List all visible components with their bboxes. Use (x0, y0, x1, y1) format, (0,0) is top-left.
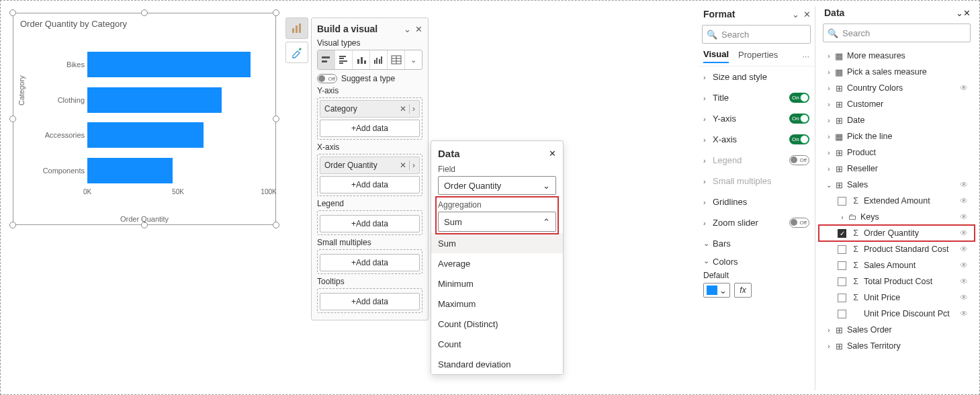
hidden-icon[interactable]: 👁 (960, 277, 971, 286)
hidden-icon[interactable]: 👁 (960, 180, 971, 189)
checkbox[interactable] (838, 310, 846, 318)
table-more-measures[interactable]: ›▦More measures (819, 48, 975, 64)
visual-types-picker[interactable]: ⌄ (317, 50, 422, 70)
aggregation-option-sum[interactable]: Sum (431, 233, 563, 253)
field-keys[interactable]: ›🗀Keys👁 (819, 209, 975, 225)
visual-type-clustered-bar-icon[interactable] (335, 50, 353, 69)
format-size-style[interactable]: ›Size and style (698, 67, 815, 87)
table-sales-order[interactable]: ›⊞Sales Order (819, 322, 975, 338)
toggle-off[interactable]: Off (789, 218, 809, 228)
fx-button[interactable]: fx (734, 283, 752, 298)
legend-well[interactable]: +Add data (317, 210, 422, 235)
aggregation-option-count-distinct[interactable]: Count (Distinct) (431, 314, 563, 334)
visual-type-table-icon[interactable] (388, 50, 405, 69)
table-pick-line[interactable]: ›▦Pick the line (819, 128, 975, 144)
chevron-right-icon[interactable]: › (412, 104, 415, 114)
field-unit-price-discount[interactable]: Unit Price Discount Pct👁 (819, 306, 975, 322)
hidden-icon[interactable]: 👁 (960, 245, 971, 254)
suggest-toggle[interactable]: Off (317, 74, 337, 83)
hidden-icon[interactable]: 👁 (960, 261, 971, 270)
table-reseller[interactable]: ›⊞Reseller (819, 161, 975, 177)
more-icon[interactable]: ··· (802, 51, 809, 61)
table-pick-sales[interactable]: ›▦Pick a sales measure (819, 64, 975, 80)
format-colors-section[interactable]: ⌄Colors Default ⌄ fx (698, 254, 815, 300)
resize-handle[interactable] (9, 9, 16, 16)
chevron-down-icon[interactable]: ⌄ (956, 8, 963, 18)
add-data-button[interactable]: +Add data (320, 254, 420, 271)
table-sales-territory[interactable]: ›⊞Sales Territory (819, 338, 975, 354)
chevron-right-icon[interactable]: › (412, 161, 415, 170)
aggregation-option-maximum[interactable]: Maximum (431, 294, 563, 314)
checkbox[interactable] (838, 294, 846, 302)
resize-handle[interactable] (141, 9, 148, 16)
small-multiples-well[interactable]: +Add data (317, 249, 422, 274)
checkbox-checked[interactable]: ✓ (838, 229, 846, 238)
toggle-on[interactable]: On (789, 134, 809, 144)
checkbox[interactable] (838, 277, 846, 286)
tab-properties[interactable]: Properties (738, 50, 778, 62)
field-sales-amount[interactable]: ΣSales Amount👁 (819, 257, 975, 273)
format-zoom-slider[interactable]: ›Zoom sliderOff (698, 212, 815, 233)
resize-handle[interactable] (273, 9, 279, 16)
resize-handle[interactable] (9, 116, 16, 122)
resize-handle[interactable] (273, 116, 279, 122)
format-y-axis[interactable]: ›Y-axisOn (698, 108, 815, 129)
hidden-icon[interactable]: 👁 (960, 293, 971, 302)
visual-type-more-icon[interactable]: ⌄ (405, 50, 422, 69)
remove-icon[interactable]: ✕ (400, 161, 406, 170)
aggregation-option-stddev[interactable]: Standard deviation (431, 354, 563, 374)
aggregation-option-average[interactable]: Average (431, 253, 563, 273)
chevron-down-icon[interactable]: ⌄ (792, 9, 799, 19)
field-product-std-cost[interactable]: ΣProduct Standard Cost👁 (819, 241, 975, 257)
close-icon[interactable]: ✕ (803, 9, 811, 19)
chart-visual[interactable]: Order Quantity by Category Category Bike… (13, 13, 276, 225)
hidden-icon[interactable]: 👁 (960, 83, 971, 93)
format-title[interactable]: ›TitleOn (698, 87, 815, 108)
table-sales[interactable]: ⌄⊞Sales👁 (819, 177, 975, 193)
field-dropdown[interactable]: Order Quantity ⌄ (438, 176, 556, 195)
hidden-icon[interactable]: 👁 (960, 212, 971, 222)
toggle-on[interactable]: On (789, 114, 809, 124)
checkbox[interactable] (838, 261, 846, 270)
add-data-button[interactable]: +Add data (320, 120, 420, 137)
format-x-axis[interactable]: ›X-axisOn (698, 129, 815, 150)
aggregation-option-count[interactable]: Count (431, 334, 563, 354)
hidden-icon[interactable]: 👁 (960, 309, 971, 318)
hidden-icon[interactable]: 👁 (960, 228, 971, 238)
add-data-button[interactable]: +Add data (320, 176, 420, 193)
visual-type-column-icon[interactable] (353, 50, 370, 69)
visual-type-clustered-column-icon[interactable] (370, 50, 388, 69)
field-unit-price[interactable]: ΣUnit Price👁 (819, 290, 975, 306)
bar-components[interactable] (87, 158, 173, 183)
x-axis-well[interactable]: Order Quantity ✕› +Add data (317, 154, 422, 196)
hidden-icon[interactable]: 👁 (960, 196, 971, 206)
toggle-on[interactable]: On (789, 93, 809, 103)
table-date[interactable]: ›⊞Date (819, 112, 975, 128)
aggregation-option-minimum[interactable]: Minimum (431, 273, 563, 294)
bar-bikes[interactable] (87, 52, 251, 77)
close-icon[interactable]: ✕ (549, 148, 556, 159)
checkbox[interactable] (838, 245, 846, 254)
tooltips-well[interactable]: +Add data (317, 288, 422, 313)
y-axis-well[interactable]: Category ✕› +Add data (317, 97, 422, 140)
format-bars[interactable]: ⌄Bars (698, 233, 815, 254)
table-country-colors[interactable]: ›⊞Country Colors👁 (819, 80, 975, 96)
tab-visual[interactable]: Visual (703, 49, 729, 63)
x-axis-field-chip[interactable]: Order Quantity ✕› (320, 157, 420, 174)
table-customer[interactable]: ›⊞Customer (819, 96, 975, 112)
field-order-quantity[interactable]: ✓ΣOrder Quantity👁 (819, 225, 975, 241)
visual-type-stacked-bar-icon[interactable] (318, 50, 335, 69)
field-extended-amount[interactable]: ΣExtended Amount👁 (819, 193, 975, 209)
close-icon[interactable]: ✕ (415, 24, 422, 34)
fields-search[interactable]: 🔍 Search (823, 24, 971, 42)
table-product[interactable]: ›⊞Product (819, 144, 975, 161)
bar-clothing[interactable] (87, 87, 222, 113)
field-total-product-cost[interactable]: ΣTotal Product Cost👁 (819, 273, 975, 290)
format-brush-icon[interactable] (285, 42, 308, 63)
format-search[interactable]: 🔍 Search (702, 25, 811, 44)
aggregation-dropdown[interactable]: Sum ⌃ (438, 212, 556, 232)
close-icon[interactable]: ✕ (963, 8, 971, 18)
build-visual-icon[interactable] (285, 17, 308, 39)
checkbox[interactable] (838, 197, 846, 206)
chevron-down-icon[interactable]: ⌄ (404, 24, 411, 34)
